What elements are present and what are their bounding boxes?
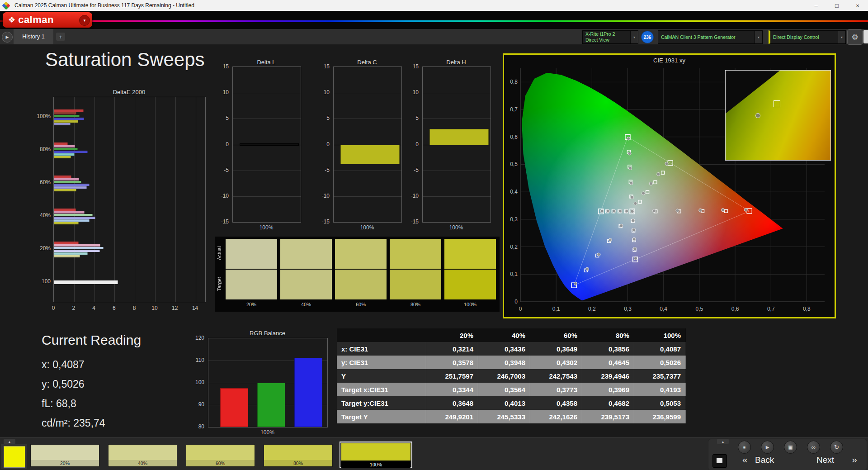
table-cell: 242,7543 <box>530 369 582 383</box>
patch-tile-100%[interactable]: 100% <box>340 442 412 468</box>
y-tick-label: 80% <box>27 146 51 152</box>
table-row-label: x: CIE31 <box>337 342 426 356</box>
grid-line <box>423 93 491 93</box>
meter-count-badge[interactable]: 236 <box>641 31 654 43</box>
back-button[interactable]: Back <box>755 455 774 465</box>
svg-text:0,2: 0,2 <box>588 306 596 312</box>
grid-line <box>423 171 491 171</box>
chevron-down-icon[interactable]: ▼ <box>755 31 762 43</box>
table-cell: 242,1626 <box>530 410 582 423</box>
next-button[interactable]: Next <box>816 455 834 465</box>
patch-tile-80%[interactable]: 80% <box>264 444 333 467</box>
table-header-cell <box>337 328 426 342</box>
svg-text:0,3: 0,3 <box>624 306 632 312</box>
table-cell: 0,3856 <box>582 342 634 356</box>
red-bar <box>220 388 248 427</box>
swatch-column-label: 80% <box>390 302 441 309</box>
svg-text:0,3: 0,3 <box>510 216 518 223</box>
deltae-bar <box>54 242 79 244</box>
axis-label: 100% <box>422 224 490 231</box>
table-cell: 0,3969 <box>582 383 634 396</box>
y-tick-label: -10 <box>307 193 330 199</box>
maximize-button[interactable]: □ <box>826 0 847 11</box>
swatch-actual <box>444 239 496 269</box>
x-tick-label: 2 <box>67 305 80 311</box>
patch-swatch <box>341 443 410 461</box>
play-button[interactable]: ▶ <box>761 441 774 454</box>
svg-text:0,8: 0,8 <box>803 306 811 312</box>
deltae-bar <box>54 153 75 156</box>
grid-line <box>94 97 95 302</box>
stop-button[interactable]: ■ <box>738 441 751 454</box>
app-icon <box>2 1 10 9</box>
y-tick-label: 15 <box>396 63 419 70</box>
inset-measured-point <box>755 113 760 118</box>
patch-tile-label: 100% <box>341 461 410 468</box>
table-cell: 0,4087 <box>634 342 686 356</box>
save-button[interactable]: ▣ <box>784 441 797 454</box>
minimize-button[interactable]: – <box>806 0 826 11</box>
results-table: 20%40%60%80%100%x: CIE310,32140,34360,36… <box>337 328 686 423</box>
x-tick-label: 12 <box>168 305 182 311</box>
meter-dropdown[interactable]: X-Rite i1Pro 2 Direct View ▼ <box>582 30 638 44</box>
tab-scroll-left-button[interactable]: ▶ <box>2 32 13 43</box>
y-tick-label: -15 <box>396 218 419 225</box>
brand-strip: ❖ calman ▼ <box>0 11 868 29</box>
svg-text:0,8: 0,8 <box>510 79 518 85</box>
pattern-window-button[interactable] <box>712 454 727 468</box>
back-chevron-icon[interactable]: « <box>742 454 748 465</box>
swatch-column-label: 40% <box>280 302 332 309</box>
next-chevron-icon[interactable]: » <box>852 454 857 465</box>
calman-menu-button[interactable]: ❖ calman ▼ <box>3 12 92 28</box>
table-cell: 236,9599 <box>634 410 686 423</box>
table-cell: 0,3578 <box>426 356 478 369</box>
table-cell: 0,3344 <box>426 383 478 396</box>
table-row-label: Target Y <box>337 410 426 423</box>
cie-measured-point <box>627 137 630 140</box>
x-tick-label: 6 <box>107 305 121 311</box>
gear-icon[interactable]: ⚙ <box>847 29 863 45</box>
refresh-button[interactable]: ↻ <box>830 441 843 454</box>
calman-diamond-icon: ❖ <box>8 15 15 25</box>
y-tick-label: 40% <box>27 212 51 218</box>
expand-left-button[interactable]: ▲ <box>4 439 15 444</box>
axis-label: 100% <box>333 224 401 231</box>
deltae-bar <box>54 247 104 249</box>
titlebar: Calman 2025 Calman Ultimate for Business… <box>0 0 868 11</box>
y-tick-label: 0 <box>396 141 419 147</box>
reading-y: y: 0,5026 <box>42 375 204 394</box>
svg-text:0: 0 <box>514 299 518 305</box>
display-control-dropdown[interactable]: Direct Display Control ▼ <box>769 30 846 44</box>
svg-text:0,2: 0,2 <box>510 244 518 250</box>
cie-measured-point <box>618 209 622 213</box>
patch-tile-60%[interactable]: 60% <box>186 444 255 467</box>
table-cell: 0,5026 <box>634 356 686 369</box>
patch-tile-20%[interactable]: 20% <box>30 444 99 467</box>
table-row: Target Y249,9201245,5333242,1626239,5173… <box>337 410 686 423</box>
cie-measured-point <box>665 162 668 165</box>
swatch-target <box>280 270 332 299</box>
chevron-down-icon[interactable]: ▼ <box>838 31 845 43</box>
tab-history-1[interactable]: History 1 <box>14 29 53 44</box>
pattern-generator-dropdown[interactable]: CalMAN Client 3 Pattern Generator ▼ <box>658 30 763 44</box>
swatch-column-label: 60% <box>335 302 387 309</box>
loop-button[interactable]: ∞ <box>807 441 820 454</box>
close-button[interactable]: × <box>847 0 868 11</box>
cie-measured-point <box>625 209 628 213</box>
delta-c-chart: Delta C 100% 151050-5-10-15 <box>307 59 406 235</box>
chevron-down-icon[interactable]: ▼ <box>630 31 638 43</box>
table-cell: 0,3649 <box>530 342 582 356</box>
y-tick-label: 0 <box>307 141 330 147</box>
delta-l-chart: Delta L 100% 151050-5-10-15 <box>206 59 306 235</box>
table-cell: 246,7003 <box>478 369 530 383</box>
add-tab-button[interactable]: + <box>56 33 65 41</box>
current-patch-swatch[interactable] <box>4 446 25 468</box>
delta-bar <box>240 143 299 146</box>
patch-tile-40%[interactable]: 40% <box>108 444 177 467</box>
deltae-bar <box>54 250 100 252</box>
panel-edge-handle[interactable] <box>863 30 868 43</box>
patch-tile-label: 40% <box>108 460 177 466</box>
chevron-down-icon[interactable]: ▼ <box>79 15 90 26</box>
expand-right-button[interactable]: ▲ <box>717 439 729 444</box>
delta-bar <box>340 145 400 164</box>
